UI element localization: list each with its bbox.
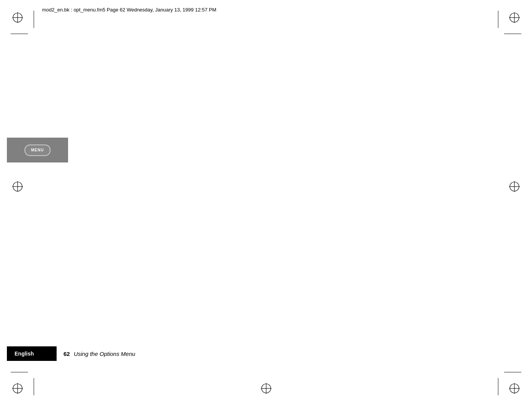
corner-tick-tl-v	[34, 11, 34, 28]
page-title: Using the Options Menu	[74, 351, 135, 357]
language-badge: English	[7, 346, 57, 361]
corner-tick-bl-h	[11, 372, 28, 372]
corner-tick-bl-v	[34, 378, 34, 395]
corner-tick-br-v	[498, 378, 498, 395]
corner-tick-br-h	[504, 372, 521, 372]
page-number: 62	[63, 351, 70, 357]
registration-mark-bottom-center	[259, 382, 273, 395]
corner-tick-tr-h	[504, 34, 521, 34]
registration-mark-bottom-left	[11, 382, 24, 395]
footer-bar: English 62 Using the Options Menu	[7, 346, 525, 361]
registration-mark-top-left	[11, 11, 24, 24]
menu-button-container: MENU	[7, 138, 68, 162]
corner-tick-tr-v	[498, 11, 498, 28]
corner-tick-tl-h	[11, 34, 28, 34]
page-header: mod2_en.bk : opt_menu.fm5 Page 62 Wednes…	[42, 7, 216, 13]
registration-mark-mid-left	[11, 180, 24, 193]
registration-mark-bottom-right	[508, 382, 521, 395]
menu-button-label: MENU	[31, 148, 44, 152]
menu-button[interactable]: MENU	[24, 145, 50, 156]
registration-mark-mid-right	[508, 180, 521, 193]
registration-mark-top-right	[508, 11, 521, 24]
